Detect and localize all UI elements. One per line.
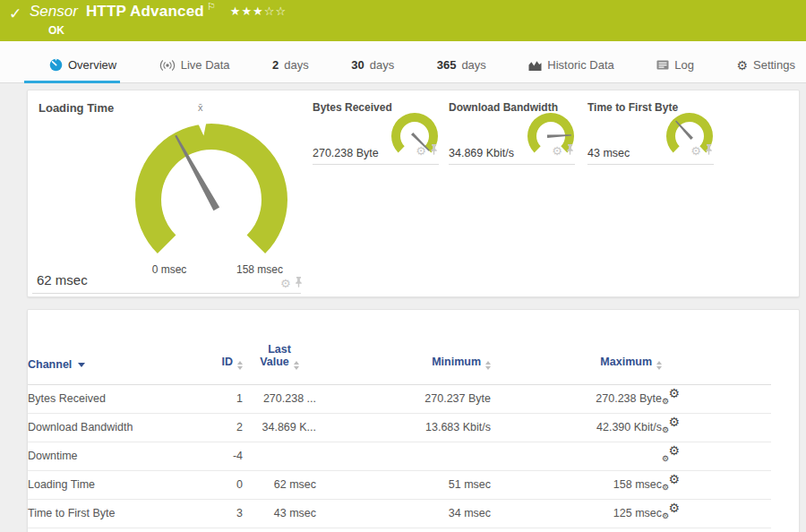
channels-panel: Channel ID Last Value Minimum Maximum — [27, 309, 800, 532]
tab-label: days — [461, 58, 485, 72]
maximum-value: 42.390 Kbit/s — [491, 413, 662, 442]
tab-historic-data[interactable]: Historic Data — [528, 58, 613, 82]
tab-label: Log — [674, 58, 694, 72]
channel-name: Loading Time — [28, 470, 198, 499]
tab-overview[interactable]: Overview — [49, 58, 116, 82]
gauge-pin-icon[interactable] — [705, 142, 713, 159]
gauge-card-bytes-received: Bytes Received 270.238 Byte ⚙ — [313, 101, 439, 165]
last-value: 43 msec — [243, 499, 316, 528]
minimum-value: 51 msec — [316, 470, 491, 499]
tab-label: Settings — [753, 58, 795, 72]
gauge-card-time-to-first-byte: Time to First Byte 43 msec ⚙ — [587, 101, 714, 165]
status-check-icon: ✓ — [9, 4, 21, 23]
tab-label: Overview — [68, 58, 116, 72]
maximum-value: 158 msec — [491, 470, 662, 499]
column-label: Channel — [28, 358, 72, 371]
column-label: ID — [222, 356, 234, 368]
channel-name: Bytes Received — [28, 384, 198, 413]
tab-number: 2 — [272, 58, 279, 72]
last-value: 62 msec — [243, 470, 316, 499]
table-row[interactable]: Downtime -4 ⚙⚙ — [28, 442, 771, 470]
status-badge: OK — [48, 24, 287, 37]
sort-desc-icon — [78, 363, 85, 367]
tab-365-days[interactable]: 365 days — [437, 58, 486, 82]
table-row[interactable]: Download Bandwidth 2 34.869 K... 13.683 … — [28, 413, 771, 442]
minimum-value: 13.683 Kbit/s — [316, 413, 491, 442]
column-label: Value — [260, 356, 289, 368]
channel-settings-icon[interactable]: ⚙⚙ — [662, 447, 680, 462]
tab-number: 365 — [437, 58, 457, 72]
channel-id: 2 — [198, 413, 243, 442]
flag-icon[interactable]: ⚐ — [207, 1, 216, 13]
column-header-minimum[interactable]: Minimum — [316, 310, 491, 384]
gauge-settings-icon[interactable]: ⚙ — [552, 145, 562, 157]
column-label: Minimum — [432, 356, 481, 368]
broadcast-icon — [159, 60, 176, 71]
sensor-header: ✓ Sensor HTTP Advanced ⚐ ★★★☆☆ OK — [0, 0, 806, 41]
gauge-max-label: 158 msec — [227, 263, 293, 276]
stars-filled: ★★★ — [230, 4, 264, 18]
gear-icon: ⚙ — [736, 59, 748, 72]
sort-icon — [656, 361, 662, 370]
sensor-title: HTTP Advanced — [86, 3, 204, 21]
channel-settings-icon[interactable]: ⚙⚙ — [662, 418, 680, 433]
divider — [32, 293, 301, 294]
mean-marker-symbol: x̄ — [198, 102, 203, 113]
tab-log[interactable]: Log — [656, 58, 694, 82]
column-label: Maximum — [600, 356, 652, 368]
sensor-kind-label: Sensor — [30, 3, 78, 21]
gauge-settings-icon[interactable]: ⚙ — [280, 278, 291, 289]
channel-id: 3 — [198, 499, 243, 528]
column-header-id[interactable]: ID — [198, 310, 243, 384]
tab-label: Live Data — [181, 58, 230, 72]
gauge-pin-icon[interactable] — [566, 142, 574, 159]
column-header-channel[interactable]: Channel — [28, 310, 198, 384]
maximum-value — [491, 442, 662, 470]
stars-empty: ☆☆ — [264, 4, 287, 18]
tab-live-data[interactable]: Live Data — [159, 58, 230, 82]
log-list-icon — [656, 60, 669, 70]
sort-icon — [485, 361, 491, 370]
gauge-settings-icon[interactable]: ⚙ — [690, 145, 701, 157]
sort-icon — [237, 361, 243, 370]
channel-name: Downtime — [28, 442, 198, 470]
column-header-actions — [662, 310, 771, 384]
table-row[interactable]: Bytes Received 1 270.238 ... 270.237 Byt… — [28, 384, 771, 413]
tab-30-days[interactable]: 30 days — [351, 58, 394, 82]
tab-2-days[interactable]: 2 days — [272, 58, 309, 82]
priority-stars[interactable]: ★★★☆☆ — [230, 4, 287, 18]
area-chart-icon — [528, 60, 542, 71]
table-row[interactable]: Loading Time 0 62 msec 51 msec 158 msec … — [28, 470, 771, 499]
last-value — [243, 442, 316, 470]
gauge-value-label: 270.238 Byte — [313, 147, 381, 159]
gauge-min-label: 0 msec — [141, 263, 198, 276]
tab-settings[interactable]: ⚙ Settings — [736, 58, 795, 82]
gauge-card-download-bandwidth: Download Bandwidth 34.869 Kbit/s ⚙ — [449, 101, 575, 165]
gauge-value-label: 34.869 Kbit/s — [449, 147, 516, 159]
channel-id: -4 — [198, 442, 243, 470]
gauge-pin-icon[interactable] — [430, 142, 438, 159]
tab-label: days — [370, 58, 394, 72]
gauge-settings-icon[interactable]: ⚙ — [416, 145, 426, 157]
primary-gauge-title: Loading Time — [39, 101, 114, 115]
minimum-value: 270.237 Byte — [316, 384, 491, 413]
gauge-value-label: 43 msec — [587, 147, 631, 159]
tab-number: 30 — [351, 58, 364, 72]
channel-name: Time to First Byte — [28, 499, 198, 528]
tab-bar: Overview Live Data 2 days 30 days 365 da… — [0, 41, 806, 83]
gauge-pin-icon[interactable] — [295, 275, 303, 291]
channel-id: 1 — [198, 384, 243, 413]
channel-settings-icon[interactable]: ⚙⚙ — [662, 390, 680, 405]
table-row[interactable]: Time to First Byte 3 43 msec 34 msec 125… — [28, 499, 771, 528]
channel-table: Channel ID Last Value Minimum Maximum — [28, 310, 771, 528]
column-header-maximum[interactable]: Maximum — [491, 310, 662, 384]
column-label: Last — [243, 343, 316, 356]
channel-settings-icon[interactable]: ⚙⚙ — [662, 504, 680, 519]
loading-time-gauge — [126, 115, 296, 285]
gauge-icon — [49, 58, 63, 72]
gauge-value-label: 62 msec — [37, 272, 88, 287]
maximum-value: 125 msec — [491, 499, 662, 528]
gauges-panel: Loading Time x̄ 0 msec 158 msec 62 msec … — [27, 90, 800, 297]
column-header-last-value[interactable]: Last Value — [243, 310, 316, 384]
channel-settings-icon[interactable]: ⚙⚙ — [662, 476, 680, 491]
